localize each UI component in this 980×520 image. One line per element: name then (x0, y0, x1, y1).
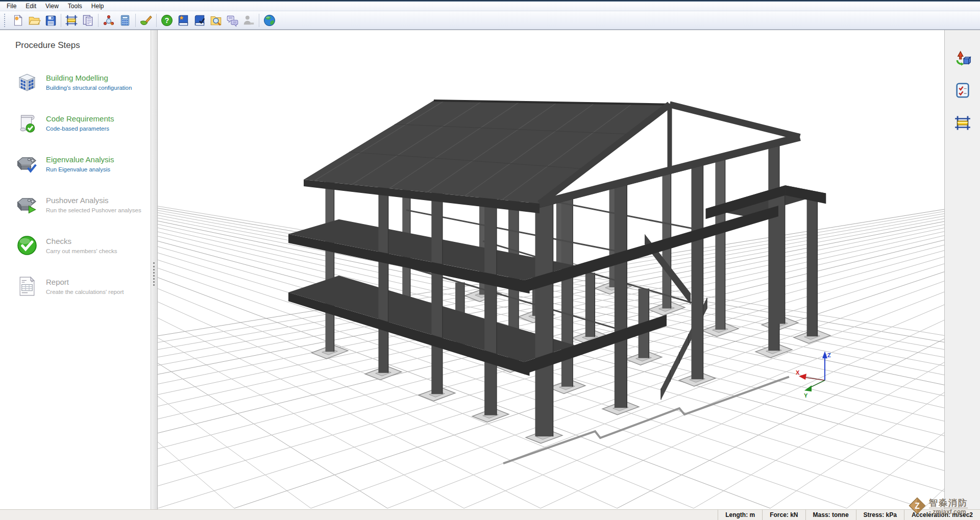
toolbar-button-comments[interactable] (224, 12, 240, 29)
axis-x-line (804, 377, 825, 380)
book-star-icon (177, 14, 190, 27)
menu-item-tools[interactable]: Tools (63, 2, 87, 11)
machine-play-icon (15, 193, 39, 216)
status-cell-mass: Mass: tonne (805, 510, 856, 520)
column (484, 188, 497, 415)
svg-text:?: ? (165, 16, 169, 24)
check-green-icon (15, 234, 39, 257)
main-area: Procedure Steps Building ModellingBuildi… (0, 30, 980, 509)
step-subtitle: Building's structural configuration (46, 85, 132, 91)
checklist-icon (954, 82, 971, 99)
status-cell-length: Length: m (718, 510, 762, 520)
folder-search-icon (209, 14, 223, 27)
toolbar-grip-handle[interactable] (4, 14, 6, 27)
view-toolbar-button-checklist[interactable] (951, 79, 974, 102)
toolbar-button-open-project[interactable] (26, 12, 42, 29)
splitter-grip[interactable] (153, 262, 155, 286)
step-text: Pushover AnalysisRun the selected Pushov… (46, 196, 141, 213)
toolbar-separator (61, 14, 61, 27)
column (431, 183, 443, 394)
procedure-steps-panel: Procedure Steps Building ModellingBuildi… (0, 30, 151, 509)
toolbar-button-globe[interactable] (261, 12, 278, 29)
grid-line (923, 153, 944, 508)
application-window: FileEditViewToolsHelp ? Procedure Steps … (0, 0, 980, 520)
beam-section-icon (65, 14, 78, 27)
step-subtitle: Run Eigenvalue analysis (46, 166, 114, 172)
panel-splitter[interactable] (151, 30, 157, 509)
status-bar: Length: mForce: kNMass: tonneStress: kPa… (0, 509, 980, 520)
menu-item-file[interactable]: File (2, 2, 21, 11)
column (585, 273, 595, 337)
toolbar-button-book-check[interactable] (191, 12, 208, 29)
machine-check-icon (15, 152, 39, 176)
toolbar-button-save-project[interactable] (42, 12, 59, 29)
report-doc-icon (15, 275, 39, 298)
toolbar-separator (98, 14, 99, 27)
building-model-scene[interactable]: ZXY (158, 30, 944, 509)
step-subtitle: Create the calculations' report (46, 289, 124, 295)
model-view-search-icon (102, 14, 115, 27)
calculator-icon (118, 14, 132, 27)
view-toolbar-button-view-cube[interactable] (951, 46, 974, 69)
step-text: Code RequirementsCode-based parameters (46, 114, 114, 132)
toolbar-button-beam-section[interactable] (63, 12, 80, 29)
model-viewport-3d[interactable]: ZXY (157, 30, 944, 509)
step-title: Eigenvalue Analysis (46, 155, 114, 164)
toolbar-button-model-view-search[interactable] (101, 12, 117, 29)
procedure-step-eigenvalue-analysis[interactable]: Eigenvalue AnalysisRun Eigenvalue analys… (15, 143, 151, 184)
procedure-step-building-modelling[interactable]: Building ModellingBuilding's structural … (15, 62, 151, 103)
procedure-steps-list: Building ModellingBuilding's structural … (15, 62, 151, 307)
column (535, 193, 553, 436)
toolbar-button-new-document[interactable] (10, 12, 26, 29)
help-icon: ? (160, 14, 174, 27)
toolbar-separator (135, 14, 136, 27)
toolbar-separator (259, 14, 259, 27)
grid-line (847, 153, 944, 508)
status-cell-force: Force: kN (762, 510, 805, 520)
menu-item-edit[interactable]: Edit (21, 2, 41, 11)
toolbar-button-calculator[interactable] (117, 12, 133, 29)
scroll-check-icon (15, 111, 39, 135)
main-toolbar: ? (0, 11, 980, 30)
step-text: ChecksCarry out members' checks (46, 237, 117, 254)
menu-item-view[interactable]: View (41, 2, 63, 11)
svg-text:Z: Z (915, 502, 920, 510)
paintbrush-icon (139, 14, 153, 27)
book-check-icon (193, 14, 206, 27)
watermark-text: 智淼消防 - zmjaxf.com (929, 499, 968, 515)
toolbar-button-folder-search[interactable] (208, 12, 224, 29)
watermark-line2: - zmjaxf.com (929, 508, 968, 515)
toolbar-button-report-preview[interactable] (80, 12, 96, 29)
save-project-icon (44, 14, 57, 27)
procedure-step-code-requirements[interactable]: Code RequirementsCode-based parameters (15, 103, 151, 143)
step-text: ReportCreate the calculations' report (46, 278, 124, 295)
step-subtitle: Carry out members' checks (46, 248, 117, 254)
status-cell-stress: Stress: kPa (856, 510, 904, 520)
column (692, 155, 703, 380)
step-subtitle: Code-based parameters (46, 126, 114, 132)
toolbar-button-help[interactable]: ? (159, 12, 175, 29)
beam-section-icon (954, 114, 971, 132)
menu-bar: FileEditViewToolsHelp (0, 2, 980, 11)
panel-title: Procedure Steps (15, 40, 151, 51)
view-toolbar-button-beam-section[interactable] (951, 112, 974, 134)
building-icon (15, 70, 39, 94)
comments-icon (226, 14, 239, 27)
toolbar-button-book-star[interactable] (175, 12, 191, 29)
support-icon (242, 14, 255, 27)
procedure-step-report: ReportCreate the calculations' report (15, 266, 151, 307)
grid-line (158, 153, 234, 508)
toolbar-button-paintbrush[interactable] (138, 12, 154, 29)
axis-y-label: Y (804, 392, 808, 399)
step-title: Code Requirements (46, 114, 114, 123)
watermark-logo-icon: Z (908, 497, 926, 517)
status-spacer (0, 510, 718, 520)
globe-icon (263, 14, 276, 27)
toolbar-separator (156, 14, 157, 27)
report-preview-icon (81, 14, 94, 27)
watermark-line1: 智淼消防 (929, 499, 968, 508)
step-text: Eigenvalue AnalysisRun Eigenvalue analys… (46, 155, 114, 172)
grid-line (770, 153, 944, 508)
step-subtitle: Run the selected Pushover analyses (46, 207, 141, 213)
menu-item-help[interactable]: Help (87, 2, 109, 11)
